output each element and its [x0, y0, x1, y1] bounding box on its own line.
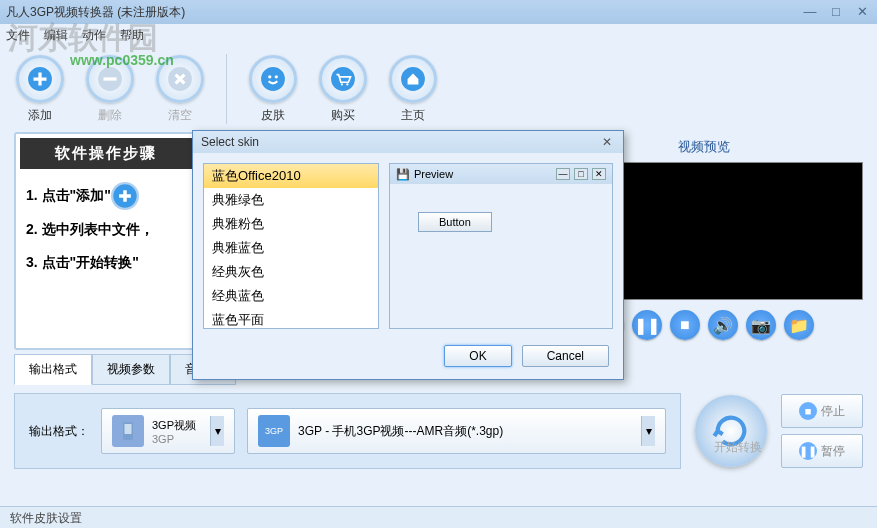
preview-maximize-icon[interactable]: □: [574, 168, 588, 180]
toolbar-separator: [226, 54, 227, 124]
ok-button[interactable]: OK: [444, 345, 511, 367]
plus-icon: [111, 182, 139, 210]
cart-icon: [319, 55, 367, 103]
skin-item[interactable]: 蓝色平面: [204, 308, 378, 329]
convert-label: 开始转换: [714, 439, 762, 456]
steps-header: 软件操作步骤: [20, 138, 192, 169]
start-convert-button[interactable]: [695, 395, 767, 467]
sample-button[interactable]: Button: [418, 212, 492, 232]
step-2: 2. 选中列表中文件，: [26, 213, 186, 247]
step-3: 3. 点击"开始转换": [26, 246, 186, 280]
skin-item[interactable]: 蓝色Office2010: [204, 164, 378, 188]
menu-action[interactable]: 动作: [82, 27, 106, 44]
open-folder-button[interactable]: 📁: [784, 310, 814, 340]
main-toolbar: 添加 删除 清空 皮肤 购买 主页: [0, 46, 877, 132]
snapshot-button[interactable]: 📷: [746, 310, 776, 340]
window-title: 凡人3GP视频转换器 (未注册版本): [6, 4, 185, 21]
pause-icon: ❚❚: [799, 442, 817, 460]
plus-icon: [16, 55, 64, 103]
skin-listbox[interactable]: 蓝色Office2010 典雅绿色 典雅粉色 典雅蓝色 经典灰色 经典蓝色 蓝色…: [203, 163, 379, 329]
svg-rect-12: [125, 424, 132, 434]
device-icon: [112, 415, 144, 447]
stop-convert-button[interactable]: ■停止: [781, 394, 863, 428]
preview-label: Preview: [414, 168, 453, 180]
file-3gp-icon: 3GP: [258, 415, 290, 447]
maximize-button[interactable]: □: [827, 2, 845, 20]
steps-panel: 软件操作步骤 1. 点击"添加" 2. 选中列表中文件， 3. 点击"开始转换": [14, 132, 198, 350]
disk-icon: 💾: [396, 168, 410, 181]
svg-point-8: [346, 83, 348, 85]
close-button[interactable]: ✕: [853, 2, 871, 20]
pause-convert-button[interactable]: ❚❚暂停: [781, 434, 863, 468]
clear-button[interactable]: 清空: [156, 55, 204, 124]
window-titlebar: 凡人3GP视频转换器 (未注册版本) — □ ✕: [0, 0, 877, 24]
menu-help[interactable]: 帮助: [120, 27, 144, 44]
tab-output-format[interactable]: 输出格式: [14, 354, 92, 385]
add-button[interactable]: 添加: [16, 55, 64, 124]
tab-video-params[interactable]: 视频参数: [92, 354, 170, 385]
buy-button[interactable]: 购买: [319, 55, 367, 124]
menu-bar: 文件 编辑 动作 帮助: [0, 24, 877, 46]
stop-icon: ■: [799, 402, 817, 420]
select-skin-dialog: Select skin ✕ 蓝色Office2010 典雅绿色 典雅粉色 典雅蓝…: [192, 130, 624, 380]
svg-point-5: [275, 75, 278, 78]
minus-icon: [86, 55, 134, 103]
skin-item[interactable]: 典雅蓝色: [204, 236, 378, 260]
smile-icon: [249, 55, 297, 103]
skin-item[interactable]: 典雅绿色: [204, 188, 378, 212]
preview-close-icon[interactable]: ✕: [592, 168, 606, 180]
x-icon: [156, 55, 204, 103]
status-bar: 软件皮肤设置: [0, 506, 877, 528]
skin-item[interactable]: 经典灰色: [204, 260, 378, 284]
dialog-close-button[interactable]: ✕: [599, 134, 615, 150]
skin-button[interactable]: 皮肤: [249, 55, 297, 124]
skin-preview-box: 💾 Preview — □ ✕ Button: [389, 163, 613, 329]
svg-point-7: [341, 83, 343, 85]
menu-edit[interactable]: 编辑: [44, 27, 68, 44]
volume-button[interactable]: 🔊: [708, 310, 738, 340]
svg-point-4: [268, 75, 271, 78]
skin-item[interactable]: 经典蓝色: [204, 284, 378, 308]
output-format-panel: 输出格式： 3GP视频 3GP ▾ 3GP 3GP - 手机3GP视频---AM…: [14, 393, 681, 469]
step-1: 1. 点击"添加": [26, 179, 186, 213]
minimize-button[interactable]: —: [801, 2, 819, 20]
format-profile-dropdown[interactable]: 3GP 3GP - 手机3GP视频---AMR音频(*.3gp) ▾: [247, 408, 666, 454]
svg-point-3: [261, 67, 285, 91]
dialog-titlebar[interactable]: Select skin ✕: [193, 131, 623, 153]
menu-file[interactable]: 文件: [6, 27, 30, 44]
output-label: 输出格式：: [29, 423, 89, 440]
svg-point-6: [331, 67, 355, 91]
skin-item[interactable]: 典雅粉色: [204, 212, 378, 236]
preview-minimize-icon[interactable]: —: [556, 168, 570, 180]
remove-button[interactable]: 删除: [86, 55, 134, 124]
chevron-down-icon: ▾: [210, 416, 224, 446]
stop-button[interactable]: ■: [670, 310, 700, 340]
home-icon: [389, 55, 437, 103]
dialog-title: Select skin: [201, 135, 259, 149]
pause-button[interactable]: ❚❚: [632, 310, 662, 340]
format-category-dropdown[interactable]: 3GP视频 3GP ▾: [101, 408, 235, 454]
cancel-button[interactable]: Cancel: [522, 345, 609, 367]
chevron-down-icon: ▾: [641, 416, 655, 446]
home-button[interactable]: 主页: [389, 55, 437, 124]
